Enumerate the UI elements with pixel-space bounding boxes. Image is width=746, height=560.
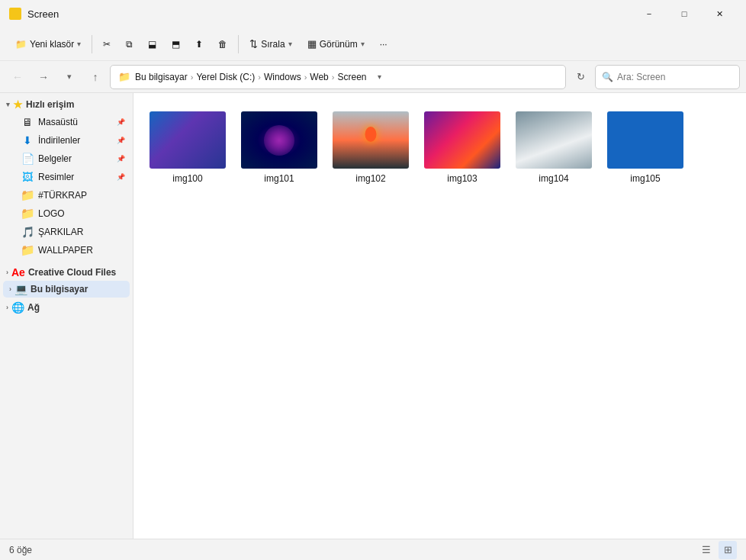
quick-access-chevron: ▾	[6, 101, 10, 108]
crumb-web[interactable]: Web	[310, 72, 328, 82]
sep1: ›	[191, 72, 194, 82]
ag-chevron: ›	[6, 304, 8, 311]
grid-view-button[interactable]: ⊞	[719, 541, 737, 559]
delete-button[interactable]: 🗑	[212, 35, 233, 53]
share-button[interactable]: ⬆	[189, 35, 209, 53]
cut-button[interactable]: ✂	[97, 35, 117, 53]
sarkilar-icon: 🎵	[21, 226, 34, 238]
search-box[interactable]: 🔍	[595, 65, 740, 89]
cut-icon: ✂	[103, 39, 111, 50]
sidebar-item-logo[interactable]: 📁 LOGO	[3, 204, 130, 223]
thumbnail-img105	[607, 111, 683, 169]
file-item-img101[interactable]: img101	[237, 105, 321, 190]
sidebar-item-indirilenler[interactable]: ⬇ İndirilenler 📌	[3, 131, 130, 150]
sidebar-item-masaustu[interactable]: 🖥 Masaüstü 📌	[3, 113, 130, 131]
sort-icon: ⇅	[249, 38, 258, 50]
sidebar-item-turkrap[interactable]: 📁 #TÜRKRAP	[3, 186, 130, 204]
copy-button[interactable]: ⧉	[120, 35, 139, 53]
ag-header[interactable]: › 🌐 Ağ	[0, 299, 133, 316]
titlebar-left: Screen	[9, 8, 59, 20]
refresh-button[interactable]: ↻	[569, 66, 592, 89]
computer-icon: 💻	[14, 283, 27, 295]
bu-bilgisayar-header[interactable]: › 💻 Bu bilgisayar	[3, 281, 130, 298]
logo-label: LOGO	[38, 208, 65, 219]
minimize-button[interactable]: −	[632, 0, 667, 27]
main: ▾ ★ Hızlı erişim 🖥 Masaüstü 📌 ⬇ İndirile…	[0, 93, 746, 539]
filename-img103: img103	[447, 173, 477, 184]
pin-icon-masaustu: 📌	[117, 118, 125, 126]
address-crumbs: Bu bilgisayar › Yerel Disk (C:) › Window…	[135, 72, 366, 82]
sarkilar-label: ŞARKILAR	[38, 227, 83, 237]
crumb-screen[interactable]: Screen	[337, 72, 366, 82]
creative-cloud-icon: Ae	[11, 266, 25, 278]
toolbar-sep-2	[238, 35, 239, 53]
thumbnail-img103	[424, 111, 500, 169]
paste-icon: ⬓	[148, 39, 156, 50]
forward-button[interactable]: →	[32, 66, 55, 89]
turkrap-label: #TÜRKRAP	[38, 190, 87, 201]
statusbar: 6 öğe ☰ ⊞	[0, 539, 746, 560]
ag-label: Ağ	[27, 302, 40, 313]
file-item-img105[interactable]: img105	[603, 105, 687, 190]
file-item-img100[interactable]: img100	[146, 105, 230, 190]
copy2-button[interactable]: ⬒	[166, 35, 186, 53]
crumb-disk[interactable]: Yerel Disk (C:)	[196, 72, 255, 82]
indirilenler-label: İndirilenler	[38, 135, 80, 146]
resimler-icon: 🖼	[21, 171, 34, 183]
file-item-img103[interactable]: img103	[420, 105, 504, 190]
crumb-computer[interactable]: Bu bilgisayar	[135, 72, 188, 82]
masaustu-label: Masaüstü	[38, 117, 78, 127]
view-icon: ▦	[307, 38, 317, 50]
quick-access-label: Hızlı erişim	[26, 99, 74, 110]
toolbar: 📁 Yeni klasör ▾ ✂ ⧉ ⬓ ⬒ ⬆ 🗑 ⇅ Sırala ▾ ▦…	[0, 27, 746, 61]
file-item-img102[interactable]: img102	[329, 105, 413, 190]
sidebar-item-wallpaper[interactable]: 📁 WALLPAPER	[3, 241, 130, 259]
masaustu-icon: 🖥	[21, 116, 34, 128]
sort-button[interactable]: ⇅ Sırala ▾	[243, 34, 297, 53]
back-button[interactable]: ←	[6, 66, 29, 89]
file-item-img104[interactable]: img104	[512, 105, 596, 190]
address-dropdown-btn[interactable]: ▾	[371, 69, 387, 85]
new-folder-button[interactable]: 📁 Yeni klasör ▾	[9, 35, 87, 53]
sidebar: ▾ ★ Hızlı erişim 🖥 Masaüstü 📌 ⬇ İndirile…	[0, 93, 133, 539]
view-label: Görünüm	[320, 39, 358, 50]
more-button[interactable]: ···	[374, 35, 394, 53]
crumb-windows[interactable]: Windows	[264, 72, 301, 82]
pin-icon-indirilenler: 📌	[117, 137, 125, 144]
sidebar-item-resimler[interactable]: 🖼 Resimler 📌	[3, 168, 130, 186]
wallpaper-label: WALLPAPER	[38, 245, 93, 256]
files-grid: img100 img101 img102 img103	[146, 105, 734, 190]
belgeler-label: Belgeler	[38, 153, 72, 164]
titlebar: Screen − □ ✕	[0, 0, 746, 27]
close-button[interactable]: ✕	[702, 0, 737, 27]
sep3: ›	[304, 72, 307, 82]
recent-button[interactable]: ▾	[58, 66, 81, 89]
filename-img102: img102	[355, 173, 385, 184]
maximize-button[interactable]: □	[667, 0, 702, 27]
quick-access-header[interactable]: ▾ ★ Hızlı erişim	[0, 96, 133, 113]
up-button[interactable]: ↑	[84, 66, 107, 89]
network-icon: 🌐	[11, 301, 24, 314]
thumb-img101-visual	[241, 111, 317, 169]
filename-img100: img100	[172, 173, 202, 184]
pin-icon-belgeler: 📌	[117, 155, 125, 163]
sidebar-item-belgeler[interactable]: 📄 Belgeler 📌	[3, 150, 130, 168]
address-box[interactable]: 📁 Bu bilgisayar › Yerel Disk (C:) › Wind…	[110, 65, 566, 89]
thumb-img100-visual	[150, 111, 226, 169]
list-view-button[interactable]: ☰	[697, 541, 715, 559]
thumb-img103-visual	[424, 111, 500, 169]
thumbnail-img101	[241, 111, 317, 169]
sidebar-item-sarkilar[interactable]: 🎵 ŞARKILAR	[3, 223, 130, 241]
filename-img101: img101	[264, 173, 294, 184]
titlebar-title: Screen	[27, 8, 59, 20]
search-input[interactable]	[617, 72, 733, 82]
paste-button[interactable]: ⬓	[142, 35, 162, 53]
wallpaper-icon: 📁	[21, 244, 34, 256]
indirilenler-icon: ⬇	[21, 134, 34, 146]
new-folder-icon: 📁	[15, 39, 27, 50]
copy2-icon: ⬒	[172, 39, 180, 50]
turkrap-icon: 📁	[21, 189, 34, 201]
creative-cloud-header[interactable]: › Ae Creative Cloud Files	[0, 264, 133, 281]
view-button[interactable]: ▦ Görünüm ▾	[301, 34, 371, 53]
address-folder-icon: 📁	[118, 71, 130, 82]
